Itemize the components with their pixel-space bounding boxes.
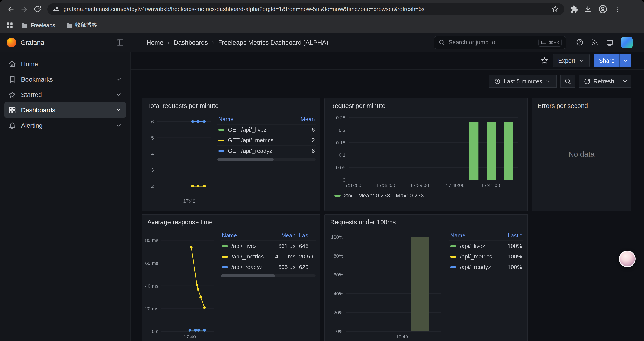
bookmark-folder-blog[interactable]: 收藏博客 xyxy=(62,20,100,30)
panel-title[interactable]: Average response time xyxy=(142,215,320,227)
sidebar-item-dashboards[interactable]: Dashboards xyxy=(4,102,126,118)
folder-icon xyxy=(21,22,28,29)
site-info-icon[interactable] xyxy=(52,6,60,13)
downloads-icon[interactable] xyxy=(584,5,592,13)
series-color-dash[interactable] xyxy=(450,245,456,247)
dashboards-grid-icon xyxy=(8,106,16,114)
legend-col-last[interactable]: Las xyxy=(296,232,315,239)
series-mean: 2 xyxy=(294,137,315,144)
legend-col-name[interactable]: Name xyxy=(218,116,294,122)
chevron-down-icon[interactable] xyxy=(115,91,122,98)
legend-row: /api/_readyz 100% xyxy=(449,261,523,272)
series-color-dash[interactable] xyxy=(450,256,456,257)
bar-chart: 100%80%60%40%20%0%17:40 xyxy=(326,228,446,341)
timeseries-chart: 6543217:40 xyxy=(144,112,214,206)
series-name[interactable]: /api/_readyz xyxy=(460,264,497,270)
breadcrumb-home[interactable]: Home xyxy=(146,39,163,46)
time-range-picker[interactable]: Last 5 minutes xyxy=(489,75,557,88)
share-menu-toggle[interactable] xyxy=(620,54,631,67)
svg-text:100%: 100% xyxy=(331,234,343,240)
help-icon[interactable] xyxy=(576,39,584,46)
chevron-down-icon[interactable] xyxy=(115,76,122,83)
panel-title[interactable]: Request per minute xyxy=(325,98,528,111)
scrollbar-thumb[interactable] xyxy=(218,158,273,161)
series-name[interactable]: /api/_metrics xyxy=(232,253,270,260)
legend-scrollbar[interactable] xyxy=(221,274,316,277)
series-color-dash[interactable] xyxy=(450,266,456,268)
search-shortcut-badge: ⌘+k xyxy=(538,38,562,46)
bookmarks-bar: Freeleaps 收藏博客 xyxy=(0,18,644,33)
series-color-dash[interactable] xyxy=(218,150,224,152)
panel-title[interactable]: Requests under 100ms xyxy=(325,215,528,227)
series-name[interactable]: /api/_metrics xyxy=(460,253,497,260)
url-bar[interactable]: grafana.mathmast.com/d/deytv4rwavabkb/fr… xyxy=(47,3,564,15)
series-color-dash[interactable] xyxy=(218,129,224,131)
favorite-dashboard-button[interactable] xyxy=(540,57,548,65)
series-color-dash[interactable] xyxy=(222,256,228,257)
breadcrumb-dashboards[interactable]: Dashboards xyxy=(174,39,208,46)
bookmark-star-icon[interactable] xyxy=(552,5,559,13)
sidebar-item-bookmarks[interactable]: Bookmarks xyxy=(4,72,126,87)
grafana-logo[interactable] xyxy=(6,38,16,47)
series-name[interactable]: 2xx xyxy=(344,192,352,199)
series-color-dash[interactable] xyxy=(218,139,224,141)
series-name[interactable]: /api/_livez xyxy=(460,243,497,249)
reload-button[interactable] xyxy=(31,3,44,16)
refresh-interval-toggle[interactable] xyxy=(620,75,631,88)
svg-text:60 ms: 60 ms xyxy=(145,260,158,266)
chevron-down-icon[interactable] xyxy=(115,107,122,113)
legend-col-name[interactable]: Name xyxy=(222,232,270,239)
series-name[interactable]: /api/_livez xyxy=(232,243,270,249)
profile-avatar[interactable] xyxy=(598,4,608,14)
sidebar-item-alerting[interactable]: Alerting xyxy=(4,118,126,133)
svg-text:0.25: 0.25 xyxy=(336,115,346,121)
sidebar-nav: Home Bookmarks Starred Dashboards Alerti… xyxy=(0,52,131,341)
forward-button[interactable] xyxy=(18,3,31,16)
extensions-icon[interactable] xyxy=(570,5,578,13)
org-avatar[interactable] xyxy=(621,37,632,48)
series-name[interactable]: GET /api/_livez xyxy=(228,126,294,133)
bookmark-folder-freeleaps[interactable]: Freeleaps xyxy=(18,21,58,30)
toolbar-actions xyxy=(570,4,621,14)
url-text: grafana.mathmast.com/d/deytv4rwavabkb/fr… xyxy=(64,6,548,12)
sidebar-item-home[interactable]: Home xyxy=(4,56,126,72)
legend-row: /api/_metrics 100% xyxy=(449,251,523,261)
series-color-dash[interactable] xyxy=(222,245,228,247)
legend-row: GET /api/_readyz 6 xyxy=(218,145,316,156)
series-name[interactable]: GET /api/_readyz xyxy=(228,147,294,154)
legend-scrollbar[interactable] xyxy=(218,158,316,161)
back-button[interactable] xyxy=(4,3,18,16)
series-name[interactable]: /api/_readyz xyxy=(232,264,270,270)
scrollbar-thumb[interactable] xyxy=(221,274,275,277)
svg-text:3: 3 xyxy=(151,167,154,173)
rss-news-icon[interactable] xyxy=(591,39,598,46)
chevron-down-icon xyxy=(622,58,629,64)
sidebar-item-starred[interactable]: Starred xyxy=(4,87,126,102)
panel-title[interactable]: Errors per second xyxy=(532,98,631,111)
search-placeholder: Search or jump to... xyxy=(448,39,500,46)
series-color-dash[interactable] xyxy=(334,195,341,196)
sidebar-item-label: Home xyxy=(21,60,38,67)
browser-menu-icon[interactable] xyxy=(614,6,621,13)
search-input[interactable]: Search or jump to... ⌘+k xyxy=(434,36,566,49)
export-button[interactable]: Export xyxy=(553,54,590,67)
svg-text:20%: 20% xyxy=(334,310,343,315)
chevron-down-icon[interactable] xyxy=(115,122,122,129)
legend-col-mean[interactable]: Mean xyxy=(270,232,296,239)
legend-header: Name Mean Las xyxy=(221,231,316,240)
monitor-icon[interactable] xyxy=(606,38,614,46)
legend-col-name[interactable]: Name xyxy=(450,232,497,239)
legend-col-mean[interactable]: Mean xyxy=(294,116,315,122)
share-button[interactable]: Share xyxy=(594,54,631,67)
refresh-button[interactable]: Refresh xyxy=(578,75,620,88)
assistant-avatar-widget[interactable] xyxy=(619,251,636,267)
panel-title[interactable]: Total requests per minute xyxy=(142,98,320,111)
series-name[interactable]: GET /api/_metrics xyxy=(228,137,294,144)
legend-col-last[interactable]: Last * xyxy=(497,232,522,239)
dock-sidebar-icon[interactable] xyxy=(116,38,124,46)
zoom-out-button[interactable] xyxy=(560,75,575,88)
bookmark-label: 收藏博客 xyxy=(75,22,97,29)
legend-row: /api/_livez 661 µs 646 xyxy=(221,240,316,251)
apps-grid-icon[interactable] xyxy=(6,22,14,29)
series-color-dash[interactable] xyxy=(222,266,228,268)
